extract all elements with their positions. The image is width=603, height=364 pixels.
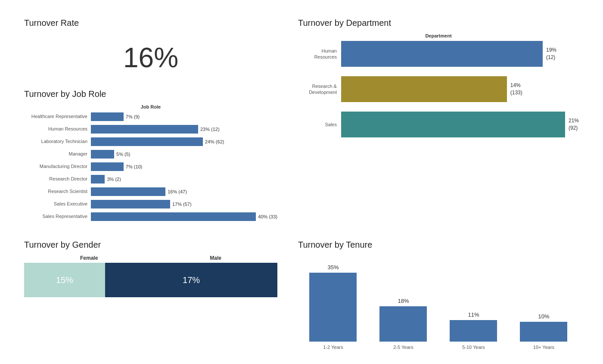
- hbar-label: Human Resources: [24, 126, 91, 132]
- hbar-fill: [91, 137, 203, 146]
- dept-label: Research &Development: [298, 83, 341, 96]
- hbar-track: 7% (9): [91, 112, 277, 121]
- gender-title: Turnover by Gender: [24, 240, 277, 250]
- job-role-bar-row: Sales Executive 17% (57): [24, 199, 277, 209]
- turnover-rate-panel: Turnover Rate 16%: [14, 10, 288, 81]
- male-label: Male: [210, 255, 221, 261]
- hbar-label: Sales Executive: [24, 201, 91, 207]
- dept-label: HumanResources: [298, 48, 341, 60]
- hbar-fill: [91, 162, 124, 171]
- job-role-chart: Job Role Healthcare Representative 7% (9…: [24, 104, 277, 221]
- hbar-label: Research Director: [24, 176, 91, 182]
- tenure-bar: [309, 273, 357, 342]
- hbar-label: Laboratory Technician: [24, 139, 91, 144]
- turnover-rate-title: Turnover Rate: [24, 18, 79, 28]
- hbar-label: Manager: [24, 151, 91, 157]
- tenure-pct: 35%: [327, 264, 339, 271]
- tenure-col: 18% 2-5 Years: [373, 298, 434, 350]
- tenure-pct: 18%: [398, 298, 409, 304]
- hbar-label: Manufacturing Director: [24, 164, 91, 169]
- hbar-track: 40% (33): [91, 212, 277, 221]
- dept-label: Sales: [298, 121, 341, 128]
- hbar-track: 7% (10): [91, 162, 277, 171]
- hbar-track: 16% (47): [91, 187, 277, 196]
- tenure-bar: [379, 306, 427, 342]
- job-role-bar-row: Sales Representative 40% (33): [24, 212, 277, 221]
- dept-bar-row: Research &Development 14%(133): [298, 76, 579, 102]
- hbar-track: 5% (5): [91, 150, 277, 159]
- hbar-value: 7% (9): [126, 114, 140, 119]
- hbar-track: 17% (57): [91, 200, 277, 208]
- job-role-bar-row: Healthcare Representative 7% (9): [24, 112, 277, 121]
- department-panel: Turnover by Department Department HumanR…: [288, 10, 589, 232]
- job-role-bar-row: Research Scientist 16% (47): [24, 187, 277, 196]
- tenure-label: 2-5 Years: [393, 345, 413, 350]
- hbar-value: 40% (33): [258, 214, 277, 219]
- dept-bar: [341, 76, 507, 102]
- hbar-fill: [91, 187, 165, 196]
- hbar-track: 3% (2): [91, 175, 277, 184]
- tenure-bar: [450, 320, 497, 342]
- dept-bar: [341, 112, 565, 137]
- tenure-col: 11% 5-10 Years: [443, 311, 504, 350]
- hbar-value: 24% (62): [205, 139, 224, 144]
- department-chart: HumanResources 19%(12) Research &Develop…: [298, 41, 579, 137]
- hbar-value: 5% (5): [116, 152, 130, 157]
- job-role-bar-row: Human Resources 23% (12): [24, 124, 277, 134]
- dept-bar-row: Sales 21%(92): [298, 112, 579, 137]
- female-label: Female: [80, 255, 98, 261]
- hbar-track: 23% (12): [91, 125, 277, 134]
- turnover-rate-value: 16%: [24, 42, 277, 74]
- tenure-label: 1-2 Years: [323, 345, 343, 350]
- job-role-bars: Healthcare Representative 7% (9) Human R…: [24, 112, 277, 221]
- tenure-pct: 10%: [538, 313, 549, 320]
- dept-bar-wrap: 19%(12): [341, 41, 579, 67]
- job-role-panel: Turnover by Job Role Job Role Healthcare…: [14, 81, 288, 232]
- hbar-value: 23% (12): [200, 127, 220, 132]
- tenure-col: 10% 10+ Years: [513, 313, 575, 350]
- hbar-fill: [91, 200, 170, 208]
- gender-panel: Turnover by Gender Female Male 15% 17%: [14, 232, 288, 358]
- dept-bar-row: HumanResources 19%(12): [298, 41, 579, 67]
- hbar-label: Sales Representative: [24, 214, 91, 219]
- job-role-bar-row: Manager 5% (5): [24, 149, 277, 159]
- hbar-value: 3% (2): [107, 177, 121, 182]
- hbar-label: Research Scientist: [24, 189, 91, 194]
- tenure-label: 5-10 Years: [462, 345, 485, 350]
- dept-bar: [341, 41, 543, 67]
- hbar-fill: [91, 150, 114, 159]
- tenure-label: 10+ Years: [533, 345, 554, 350]
- hbar-fill: [91, 125, 198, 134]
- hbar-value: 16% (47): [168, 189, 187, 194]
- job-role-axis-label: Job Role: [24, 104, 277, 109]
- hbar-label: Healthcare Representative: [24, 114, 91, 119]
- job-role-bar-row: Manufacturing Director 7% (10): [24, 162, 277, 171]
- hbar-fill: [91, 112, 124, 121]
- hbar-value: 7% (10): [126, 164, 143, 169]
- hbar-fill: [91, 175, 105, 184]
- gender-bars: 15% 17%: [24, 263, 277, 297]
- female-bar: 15%: [24, 263, 105, 297]
- dept-value: 21%(92): [569, 117, 579, 132]
- hbar-track: 24% (62): [91, 137, 277, 146]
- gender-chart: Female Male 15% 17%: [24, 255, 277, 297]
- dept-bar-wrap: 21%(92): [341, 112, 579, 137]
- dept-value: 14%(133): [510, 82, 522, 96]
- male-bar: 17%: [105, 263, 277, 297]
- hbar-fill: [91, 212, 256, 221]
- gender-axis: Female Male: [24, 255, 277, 261]
- tenure-chart: 35% 1-2 Years 18% 2-5 Years 11% 5-10 Yea…: [298, 255, 579, 350]
- dept-bar-wrap: 14%(133): [341, 76, 579, 102]
- job-role-bar-row: Research Director 3% (2): [24, 174, 277, 184]
- dept-value: 19%(12): [546, 47, 556, 61]
- tenure-title: Turnover by Tenure: [298, 240, 579, 250]
- department-axis-label: Department: [298, 33, 579, 38]
- tenure-panel: Turnover by Tenure 35% 1-2 Years 18% 2-5…: [288, 232, 589, 358]
- hbar-value: 17% (57): [172, 202, 192, 207]
- tenure-bar: [520, 322, 567, 342]
- tenure-pct: 11%: [468, 311, 479, 318]
- tenure-col: 35% 1-2 Years: [302, 264, 364, 350]
- job-role-bar-row: Laboratory Technician 24% (62): [24, 137, 277, 146]
- job-role-title: Turnover by Job Role: [24, 89, 277, 99]
- department-title: Turnover by Department: [298, 18, 579, 28]
